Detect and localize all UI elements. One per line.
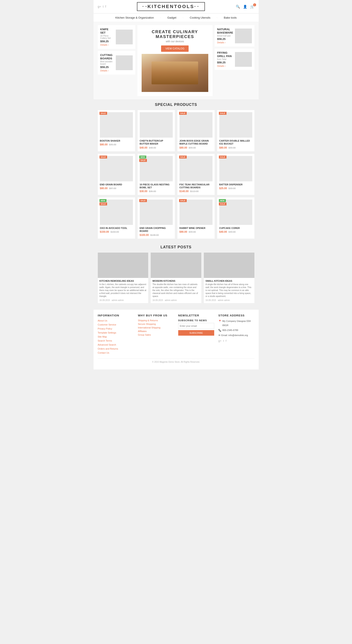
store-twitter-icon[interactable]: t (223, 339, 224, 342)
product-img-boston (100, 112, 133, 138)
nav-separator-2: · (183, 16, 183, 19)
footer-link-search[interactable]: Search Terms (98, 340, 112, 342)
hero-card-frying-price: $59.25 (217, 61, 233, 64)
header-icons: 🔍 👤 🛒 1 (236, 5, 254, 9)
post-date-modern: 16.09.2015 (152, 299, 163, 302)
post-img-remodeling (98, 252, 148, 278)
nav-item-storage[interactable]: Kitchen Storage & Organization (115, 16, 154, 19)
post-img-modern (151, 252, 201, 278)
footer-why-international[interactable]: International Shipping (138, 326, 174, 329)
view-catalog-button[interactable]: VIEW CATALOG (161, 46, 189, 52)
list-item: Site Map (98, 335, 134, 338)
nav-item-utensils[interactable]: Cooking Utensils (190, 16, 210, 19)
footer-link-about[interactable]: About Us (98, 319, 107, 322)
email-icon: ✉ (219, 333, 220, 338)
post-desc-modern: The double-file kitchen has two rows of … (152, 283, 200, 298)
footer-why-secure[interactable]: Secure Shopping (138, 323, 174, 325)
post-meta-remodeling: 16.09.2015 admin admin (99, 299, 147, 302)
new-price-chopping: $100.00 (140, 234, 149, 236)
hero-title: CREATE CULINARY MASTERPIECES (142, 30, 208, 39)
post-date-small: 16.09.2015 (206, 299, 216, 302)
logo-text[interactable]: ·KITCHENTOOLS· (137, 2, 205, 11)
footer-link-privacy[interactable]: Privacy Policy (98, 328, 112, 330)
product-name-bowl: 10 PIECE GLASS NESTING BOWL SET (140, 183, 173, 189)
user-icon[interactable]: 👤 (243, 5, 247, 9)
hero-card-knife-details[interactable]: Details › (100, 44, 109, 46)
product-img-teak (180, 156, 213, 181)
hero-section: KNIFE SET 16 Piece Cutlery Set $59.25 De… (94, 22, 259, 99)
product-name-chopping: END GRAIN CHOPPING BOARD (140, 226, 173, 233)
footer-link-advanced[interactable]: Advanced Search (98, 344, 116, 346)
twitter-icon[interactable]: t (103, 5, 103, 8)
footer-link-orders[interactable]: Orders and Returns (98, 348, 118, 350)
old-price-ice: $99.00 (229, 146, 236, 149)
store-address: 📍 My Company Glasgow D04 89GR 📞 800-2345… (219, 319, 254, 338)
nav-item-bake[interactable]: Bake tools (224, 16, 237, 19)
product-price-grain: $80.00 $87.00 (100, 187, 133, 190)
footer-link-sitemap[interactable]: Site Map (98, 336, 107, 338)
footer-why-group[interactable]: Group Sales (138, 334, 174, 336)
store-facebook-icon[interactable]: f (226, 339, 227, 342)
old-price-batter: $33.00 (229, 187, 236, 190)
google-plus-icon[interactable]: g+ (98, 5, 101, 8)
special-products-section: SPECIAL PRODUCTS SALE BOSTON SHAKER $80.… (94, 99, 259, 242)
footer-link-template[interactable]: Template Settings (98, 332, 116, 334)
hero-card-frying-title: FRYING GRILL PAN (217, 51, 233, 58)
post-desc-small: A single-file kitchen has all of these a… (206, 283, 253, 298)
hero-card-frying-details[interactable]: Details › (217, 65, 226, 67)
product-img-grain (100, 156, 133, 181)
search-icon[interactable]: 🔍 (236, 5, 240, 9)
product-price-batter: $25.00 $33.00 (219, 187, 252, 190)
product-price-avocado: $150.00 $160.00 (100, 230, 133, 233)
store-google-icon[interactable]: g+ (219, 339, 222, 342)
old-price-teak: $113.00 (190, 190, 199, 192)
new-tag-bowl: NEW (139, 156, 146, 158)
product-card-avocado: NEW SALE OXO IN AVOCADO TOOL $150.00 $16… (98, 198, 135, 238)
email-input[interactable] (178, 323, 214, 329)
header-social: g+ t f (98, 5, 106, 8)
product-price-bowl: $30.00 $36.00 (140, 190, 173, 193)
nav-item-gadget[interactable]: Gadget (167, 16, 176, 19)
list-item: Search Terms (98, 339, 134, 342)
product-img-rabbit (180, 200, 213, 225)
hero-subtitle: with our devices (166, 40, 184, 43)
product-name-batter: BATTER DISPENSER (219, 183, 252, 186)
new-tag-cupcake: NEW (219, 199, 226, 202)
footer-why-affiliates[interactable]: Affiliates (138, 330, 174, 332)
footer-link-customer[interactable]: Customer Service (98, 323, 116, 326)
product-grid-row1: SALE BOSTON SHAKER $80.00 $95.00 CHEF'N … (98, 110, 254, 151)
subscribe-button[interactable]: SUBSCRIBE (178, 330, 214, 336)
footer-link-contact[interactable]: Contact Us (98, 352, 109, 354)
hero-card-board-price: $59.25 (100, 66, 114, 69)
header: g+ t f ·KITCHENTOOLS· 🔍 👤 🛒 1 (94, 0, 259, 13)
cart-button[interactable]: 🛒 1 (250, 5, 254, 9)
post-title-remodeling: KITCHEN REMODELING IDEAS (99, 280, 147, 282)
post-card-small: SMALL KITCHEN IDEAS A single-file kitche… (204, 252, 254, 303)
nav-separator-3: · (217, 16, 217, 19)
product-price-chopping: $100.00 $138.00 (140, 234, 173, 236)
hero-card-board-desc: Best wooden board (100, 60, 114, 65)
footer-grid: INFORMATION About Us Customer Service Pr… (98, 314, 254, 355)
hero-card-bakeware-price: $59.25 (217, 38, 233, 40)
footer-information: INFORMATION About Us Customer Service Pr… (98, 314, 134, 355)
hero-card-frying-text: FRYING GRILL PAN from Tefal $59.25 Detai… (217, 51, 233, 68)
post-desc-remodeling: In the L-kitchen, the cabinets occupy tw… (99, 283, 147, 298)
new-price-ice: $80.00 (219, 146, 227, 149)
list-item: Orders and Returns (98, 347, 134, 350)
hero-food-image (142, 54, 208, 92)
product-price-teak: $140.00 $113.00 (180, 190, 213, 193)
footer-why-shipping[interactable]: Shipping & Returns (138, 319, 174, 322)
old-price-chopping: $138.00 (150, 234, 159, 236)
sale-tag-boston: SALE (99, 112, 107, 115)
old-price-cutting: $99.00 (189, 146, 196, 149)
hero-card-board-details[interactable]: Details › (100, 69, 109, 72)
sale-tag-bowl: SALE (139, 159, 147, 162)
product-price-rabbit: $90.00 $99.00 (180, 230, 213, 233)
store-email-row: ✉ Email: info@demolink.org (219, 333, 254, 338)
hero-card-bakeware-details[interactable]: Details › (217, 41, 226, 44)
new-price-batter: $25.00 (219, 187, 227, 190)
hero-card-knife-text: KNIFE SET 16 Piece Cutlery Set $59.25 De… (100, 28, 114, 46)
footer-information-links: About Us Customer Service Privacy Policy… (98, 319, 134, 354)
sale-tag-grain: SALE (99, 156, 107, 158)
post-card-modern: MODERN KITCHENS The double-file kitchen … (151, 252, 201, 303)
